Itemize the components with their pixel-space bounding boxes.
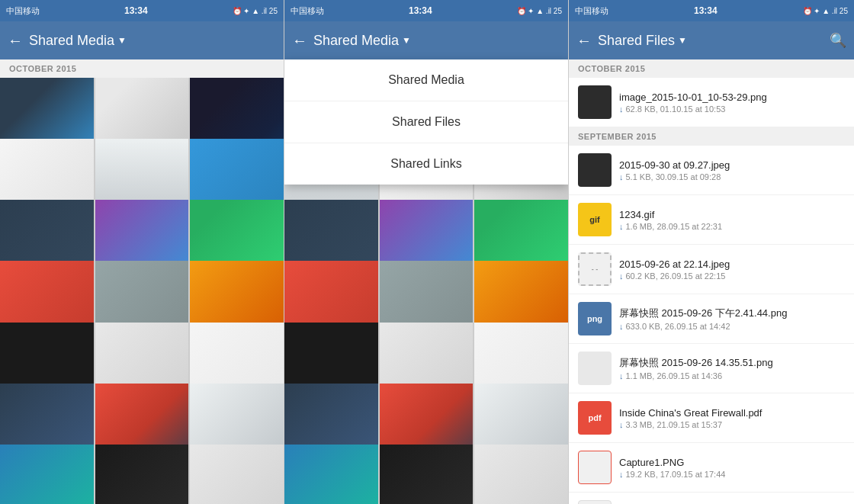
list-item[interactable]: Capture.PNG bbox=[569, 493, 854, 504]
dropdown-item-shared-links[interactable]: Shared Links bbox=[284, 143, 568, 185]
file-info: Capture1.PNG ↓ 19.2 KB, 17.09.15 at 17:4… bbox=[619, 457, 845, 479]
back-button-right[interactable]: ← bbox=[576, 32, 592, 50]
icons-left: ⏰ ✦ ▲ .il 25 bbox=[233, 7, 278, 15]
icons-middle: ⏰ ✦ ▲ .il 25 bbox=[517, 7, 562, 15]
file-thumb bbox=[578, 451, 612, 484]
list-item[interactable] bbox=[95, 445, 189, 504]
file-info: 屏幕快照 2015-09-26 下午2.41.44.png ↓ 633.0 KB… bbox=[619, 307, 845, 331]
list-item[interactable]: 2015-09-30 at 09.27.jpeg ↓ 5.1 KB, 30.09… bbox=[569, 146, 854, 195]
search-icon[interactable]: 🔍 bbox=[830, 32, 846, 49]
list-item[interactable]: image_2015-10-01_10-53-29.png ↓ 62.8 KB,… bbox=[569, 78, 854, 127]
topbar-middle: ← Shared Media ▼ bbox=[284, 21, 568, 59]
file-meta: ↓ 1.1 MB, 26.09.15 at 14:36 bbox=[619, 371, 845, 380]
list-item[interactable]: 79 GB — 正在计 bbox=[284, 445, 378, 504]
status-bar-middle: 中国移动 13:34 ⏰ ✦ ▲ .il 25 bbox=[284, 0, 568, 21]
file-size-date: 3.3 MB, 21.09.15 at 15:37 bbox=[626, 420, 723, 429]
file-thumb bbox=[578, 153, 612, 187]
file-meta: ↓ 5.1 KB, 30.09.15 at 09:28 bbox=[619, 172, 845, 181]
topbar-right: ← Shared Files ▼ 🔍 bbox=[569, 21, 854, 59]
title-area-left: Shared Media ▼ bbox=[29, 33, 276, 49]
file-meta: ↓ 62.8 KB, 01.10.15 at 10:53 bbox=[619, 104, 845, 114]
right-panel: 中国移动 13:34 ⏰ ✦ ▲ .il 25 ← Shared Files ▼… bbox=[569, 0, 854, 504]
time-left: 13:34 bbox=[124, 5, 148, 16]
dropdown-item-shared-files[interactable]: Shared Files bbox=[284, 101, 568, 143]
download-arrow-icon: ↓ bbox=[619, 371, 624, 380]
file-name: 屏幕快照 2015-09-26 14.35.51.png bbox=[619, 356, 845, 370]
file-size-date: 633.0 KB, 26.09.15 at 14:42 bbox=[626, 322, 730, 331]
list-item[interactable]: 79 GB — 正在计 bbox=[0, 445, 94, 504]
file-thumb: gif bbox=[578, 203, 612, 236]
time-middle: 13:34 bbox=[409, 5, 432, 16]
back-button-left[interactable]: ← bbox=[8, 32, 23, 50]
file-info: 屏幕快照 2015-09-26 14.35.51.png ↓ 1.1 MB, 2… bbox=[619, 356, 845, 380]
file-meta: ↓ 60.2 KB, 26.09.15 at 22:15 bbox=[619, 271, 845, 281]
icons-right: ⏰ ✦ ▲ .il 25 bbox=[803, 7, 848, 15]
download-arrow-icon: ↓ bbox=[619, 470, 624, 479]
dropdown-arrow-right[interactable]: ▼ bbox=[678, 35, 687, 46]
file-info: image_2015-10-01_10-53-29.png ↓ 62.8 KB,… bbox=[619, 91, 845, 114]
status-bar-left: 中国移动 13:34 ⏰ ✦ ▲ .il 25 bbox=[0, 0, 284, 21]
download-arrow-icon: ↓ bbox=[619, 420, 624, 429]
back-button-middle[interactable]: ← bbox=[292, 32, 307, 50]
download-arrow-icon: ↓ bbox=[619, 271, 624, 281]
file-meta: ↓ 633.0 KB, 26.09.15 at 14:42 bbox=[619, 322, 845, 331]
carrier-left: 中国移动 bbox=[6, 5, 40, 17]
list-item[interactable]: gif 1234.gif ↓ 1.6 MB, 28.09.15 at 22:31 bbox=[569, 195, 854, 245]
file-name: 1234.gif bbox=[619, 209, 845, 220]
title-area-middle: Shared Media ▼ bbox=[313, 33, 560, 49]
dropdown-arrow-left[interactable]: ▼ bbox=[117, 35, 127, 46]
file-name: 2015-09-30 at 09.27.jpeg bbox=[619, 159, 845, 171]
media-grid-left: 8 GB — 1 小时 共 6.08 GB OS X El Capitan*失败… bbox=[0, 78, 284, 504]
file-size-date: 5.1 KB, 30.09.15 at 09:28 bbox=[626, 172, 721, 181]
file-name: 2015-09-26 at 22.14.jpeg bbox=[619, 258, 845, 270]
file-size-date: 19.2 KB, 17.09.15 at 17:44 bbox=[626, 470, 726, 479]
middle-panel: 中国移动 13:34 ⏰ ✦ ▲ .il 25 ← Shared Media ▼… bbox=[284, 0, 569, 504]
carrier-middle: 中国移动 bbox=[291, 5, 324, 17]
file-size-date: 1.6 MB, 28.09.15 at 22:31 bbox=[626, 222, 723, 231]
file-name: 屏幕快照 2015-09-26 下午2.41.44.png bbox=[619, 307, 845, 320]
file-name: Capture1.PNG bbox=[619, 457, 845, 468]
section-header-sep: SEPTEMBER 2015 bbox=[569, 127, 854, 146]
download-arrow-icon: ↓ bbox=[619, 172, 624, 181]
dropdown-menu: Shared Media Shared Files Shared Links bbox=[284, 59, 568, 185]
list-item[interactable]: Capture1.PNG ↓ 19.2 KB, 17.09.15 at 17:4… bbox=[569, 443, 854, 493]
list-item[interactable]: pdf Inside China's Great Firewall.pdf ↓ … bbox=[569, 393, 854, 443]
list-item[interactable]: 8 GB — 15 小时 bbox=[190, 445, 284, 504]
file-size-date: 1.1 MB, 26.09.15 at 14:36 bbox=[626, 371, 723, 380]
list-item[interactable]: 8 GB — 15 小时 bbox=[474, 445, 568, 504]
files-list: OCTOBER 2015 image_2015-10-01_10-53-29.p… bbox=[569, 59, 854, 504]
file-name: image_2015-10-01_10-53-29.png bbox=[619, 91, 845, 103]
file-info: 2015-09-30 at 09.27.jpeg ↓ 5.1 KB, 30.09… bbox=[619, 159, 845, 181]
file-info: 1234.gif ↓ 1.6 MB, 28.09.15 at 22:31 bbox=[619, 209, 845, 231]
section-header-oct: OCTOBER 2015 bbox=[569, 59, 854, 78]
time-right: 13:34 bbox=[694, 5, 718, 16]
topbar-left: ← Shared Media ▼ bbox=[0, 21, 284, 59]
file-thumb bbox=[578, 85, 612, 119]
list-item[interactable]: 屏幕快照 2015-09-26 14.35.51.png ↓ 1.1 MB, 2… bbox=[569, 344, 854, 393]
title-right: Shared Files bbox=[598, 33, 675, 49]
file-name: Inside China's Great Firewall.pdf bbox=[619, 407, 845, 419]
dropdown-item-shared-media[interactable]: Shared Media bbox=[284, 59, 568, 101]
file-thumb bbox=[578, 500, 612, 504]
list-item[interactable]: - - 2015-09-26 at 22.14.jpeg ↓ 60.2 KB, … bbox=[569, 245, 854, 294]
file-meta: ↓ 3.3 MB, 21.09.15 at 15:37 bbox=[619, 420, 845, 429]
carrier-right: 中国移动 bbox=[575, 5, 608, 17]
file-thumb: pdf bbox=[578, 401, 612, 435]
file-info: Inside China's Great Firewall.pdf ↓ 3.3 … bbox=[619, 407, 845, 429]
download-arrow-icon: ↓ bbox=[619, 104, 624, 114]
section-header-left: OCTOBER 2015 bbox=[0, 59, 284, 78]
dropdown-arrow-middle[interactable]: ▼ bbox=[402, 35, 411, 46]
title-area-right: Shared Files ▼ bbox=[598, 33, 824, 49]
left-panel: 中国移动 13:34 ⏰ ✦ ▲ .il 25 ← Shared Media ▼… bbox=[0, 0, 284, 504]
list-item[interactable]: png 屏幕快照 2015-09-26 下午2.41.44.png ↓ 633.… bbox=[569, 294, 854, 344]
file-info: 2015-09-26 at 22.14.jpeg ↓ 60.2 KB, 26.0… bbox=[619, 258, 845, 281]
file-thumb: - - bbox=[578, 252, 612, 286]
file-size-date: 60.2 KB, 26.09.15 at 22:15 bbox=[626, 271, 726, 281]
download-arrow-icon: ↓ bbox=[619, 322, 624, 331]
list-item[interactable] bbox=[380, 445, 474, 504]
file-size-date: 62.8 KB, 01.10.15 at 10:53 bbox=[626, 104, 726, 114]
status-bar-right: 中国移动 13:34 ⏰ ✦ ▲ .il 25 bbox=[569, 0, 854, 21]
title-middle: Shared Media bbox=[313, 33, 399, 49]
file-meta: ↓ 1.6 MB, 28.09.15 at 22:31 bbox=[619, 222, 845, 231]
file-thumb bbox=[578, 352, 612, 385]
